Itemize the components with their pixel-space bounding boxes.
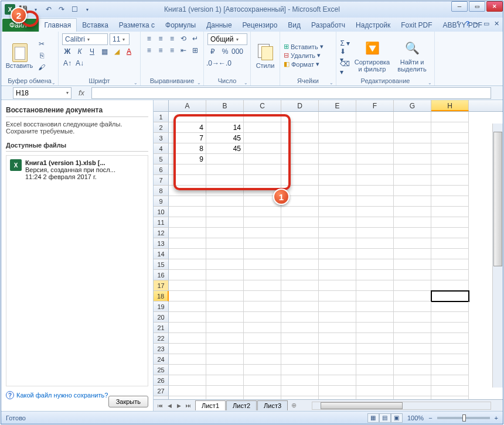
row-header[interactable]: 2 <box>154 122 169 133</box>
sheet-tab-1[interactable]: Лист1 <box>195 400 226 410</box>
cell[interactable] <box>244 217 281 228</box>
minimize-button[interactable]: ─ <box>451 1 468 12</box>
cell[interactable] <box>319 354 356 365</box>
tab-view[interactable]: Вид <box>282 19 306 32</box>
cell[interactable] <box>356 312 394 323</box>
cell[interactable] <box>244 133 281 143</box>
cell[interactable] <box>356 143 394 154</box>
cell[interactable] <box>394 133 431 143</box>
cell[interactable] <box>244 207 281 217</box>
cell[interactable] <box>394 175 431 186</box>
fill-color-button[interactable]: ◢ <box>111 46 122 57</box>
cell[interactable] <box>394 365 431 375</box>
decrease-font-icon[interactable]: A↓ <box>74 58 85 68</box>
increase-font-icon[interactable]: A↑ <box>62 58 73 68</box>
cell[interactable] <box>394 112 431 122</box>
cell[interactable] <box>169 175 206 186</box>
cell[interactable] <box>319 133 356 143</box>
cell[interactable] <box>356 259 394 270</box>
cell[interactable] <box>431 301 469 312</box>
cell[interactable] <box>281 196 319 207</box>
row-header[interactable]: 23 <box>154 344 169 354</box>
cell[interactable] <box>281 365 319 375</box>
cell[interactable] <box>319 249 356 259</box>
maximize-button[interactable]: ▭ <box>469 1 485 12</box>
cell[interactable] <box>244 228 281 238</box>
cut-icon[interactable]: ✂ <box>36 39 47 49</box>
sheet-nav-prev-icon[interactable]: ◀ <box>165 403 173 409</box>
cell[interactable] <box>394 122 431 133</box>
row-header[interactable]: 21 <box>154 323 169 333</box>
percent-icon[interactable]: % <box>220 46 230 57</box>
cell[interactable] <box>169 238 206 249</box>
cell[interactable] <box>319 154 356 164</box>
cell[interactable] <box>319 396 356 399</box>
find-select-button[interactable]: 🔍 Найти и выделить <box>394 33 430 77</box>
zoom-out-button[interactable]: − <box>428 414 432 421</box>
align-middle-icon[interactable]: ≡ <box>156 33 166 44</box>
cell[interactable] <box>431 365 469 375</box>
cell[interactable] <box>431 186 469 196</box>
cell[interactable] <box>319 323 356 333</box>
cell[interactable] <box>244 122 281 133</box>
cell[interactable] <box>169 207 206 217</box>
cell[interactable] <box>206 291 244 301</box>
cell[interactable] <box>319 238 356 249</box>
cell[interactable] <box>281 312 319 323</box>
cell[interactable] <box>356 280 394 291</box>
cell[interactable] <box>244 259 281 270</box>
cell[interactable] <box>356 238 394 249</box>
cell[interactable] <box>169 301 206 312</box>
close-button[interactable]: ✕ <box>486 1 503 12</box>
cell[interactable] <box>356 154 394 164</box>
cell[interactable] <box>394 249 431 259</box>
new-sheet-icon[interactable]: ⊕ <box>288 402 300 409</box>
cell[interactable] <box>356 270 394 280</box>
cells-delete-button[interactable]: ⊟Удалить ▾ <box>284 52 332 59</box>
cell[interactable] <box>281 228 319 238</box>
col-header-F[interactable]: F <box>356 100 394 111</box>
cell[interactable] <box>431 386 469 396</box>
col-header-E[interactable]: E <box>319 100 356 111</box>
cell[interactable] <box>244 186 281 196</box>
indent-dec-icon[interactable]: ⇤ <box>179 45 189 56</box>
qat-more-icon[interactable]: ▾ <box>82 4 93 15</box>
cell[interactable] <box>431 164 469 175</box>
cell[interactable]: 9 <box>169 154 206 164</box>
cell[interactable] <box>244 344 281 354</box>
styles-button[interactable]: Стили <box>254 33 276 77</box>
cell[interactable] <box>206 312 244 323</box>
cell[interactable] <box>431 122 469 133</box>
cell[interactable] <box>356 196 394 207</box>
cell[interactable] <box>431 133 469 143</box>
cell[interactable] <box>431 249 469 259</box>
cell[interactable] <box>319 280 356 291</box>
cell[interactable] <box>394 291 431 301</box>
cell[interactable] <box>206 217 244 228</box>
col-header-D[interactable]: D <box>281 100 319 111</box>
cell[interactable] <box>169 280 206 291</box>
cell[interactable] <box>244 365 281 375</box>
cell[interactable]: 45 <box>206 143 244 154</box>
cell[interactable] <box>281 333 319 344</box>
cell[interactable] <box>431 396 469 399</box>
cell[interactable] <box>206 386 244 396</box>
cell[interactable] <box>356 186 394 196</box>
doc-close-icon[interactable]: ✕ <box>494 20 499 28</box>
cell[interactable] <box>169 217 206 228</box>
tab-data[interactable]: Данные <box>201 19 237 32</box>
cell[interactable] <box>431 112 469 122</box>
tab-home[interactable]: Главная <box>39 18 77 32</box>
qat-extra-icon[interactable]: ☐ <box>69 4 80 15</box>
cell[interactable] <box>281 344 319 354</box>
sheet-nav-next-icon[interactable]: ▶ <box>175 403 183 409</box>
cell[interactable] <box>319 175 356 186</box>
cell[interactable] <box>319 291 356 301</box>
cell[interactable] <box>206 344 244 354</box>
cell[interactable] <box>244 301 281 312</box>
cell[interactable] <box>169 259 206 270</box>
cell[interactable] <box>281 186 319 196</box>
cell[interactable] <box>431 354 469 365</box>
row-header[interactable]: 15 <box>154 259 169 270</box>
cell[interactable] <box>394 333 431 344</box>
